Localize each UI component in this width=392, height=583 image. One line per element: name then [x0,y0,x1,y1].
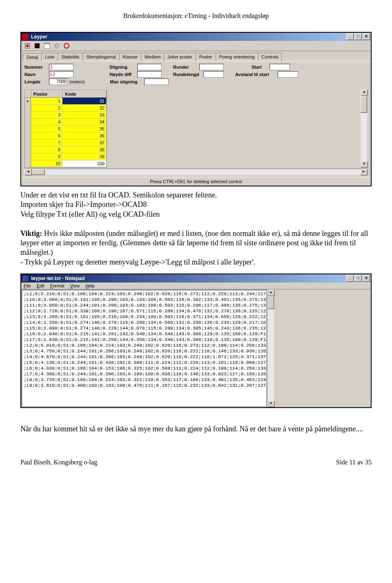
footer-right: Side 11 av 35 [336,459,372,466]
label-maxstig: Max stigning [110,79,143,84]
rundelengd-input[interactable] [203,71,224,78]
table-row[interactable]: 131 [25,98,107,105]
label-navn: Navn [24,72,47,77]
tab-stemplingsmal[interactable]: Stemplingsmal [82,53,119,61]
lengde-input[interactable]: 7000 [49,78,68,85]
tab-statistikk[interactable]: Statistikk [58,53,83,61]
cell-kode[interactable]: 36 [62,132,107,139]
maximize-button[interactable] [354,34,362,40]
label-nummer: Nummer [24,65,47,70]
tab-medlem[interactable]: Medlem [141,53,164,61]
table-row[interactable]: 838 [25,146,107,153]
scroll-up-icon[interactable]: ▲ [267,289,275,296]
table-row[interactable]: 232 [25,105,107,112]
maximize-button[interactable] [354,275,362,282]
cell-kode[interactable]: 39 [62,153,107,160]
window-title: Løyper [30,34,346,40]
cell-postnr[interactable]: 8 [31,146,62,153]
avstand-input[interactable] [278,71,298,78]
cell-postnr[interactable]: 1 [31,98,62,105]
cell-kode[interactable]: 34 [62,119,107,126]
titlebar: løyper-lør.txt - Notepad [21,274,371,283]
cell-postnr[interactable]: 10 [31,160,62,167]
runder-input[interactable] [199,64,224,70]
table-row[interactable]: 737 [25,139,107,146]
menu-edit[interactable]: Edit [37,283,45,288]
tab-controls[interactable]: Controls [258,53,282,61]
label-hoyde: Høyde diff [109,72,136,77]
print-icon[interactable] [43,42,51,49]
menu-format[interactable]: Format [50,283,65,288]
stop-icon[interactable] [63,42,70,49]
print-preview-icon[interactable] [53,42,60,49]
scroll-right-icon[interactable]: ► [360,169,368,175]
label-rundelengd: Rundelengd [173,72,202,77]
app-icon [22,34,29,40]
notepad-text-area[interactable]: ;L1;0;5.210;0;S1;0.186;104;0.224;103;0.2… [22,290,267,407]
notepad-window: løyper-lør.txt - Notepad FileEditFormatV… [20,274,372,408]
tab-klasser[interactable]: Klasser [119,53,142,61]
cell-kode[interactable]: 35 [62,126,107,132]
col-kode[interactable]: Kode [63,90,107,98]
scroll-up-icon[interactable]: ▲ [361,89,368,96]
cell-postnr[interactable]: 9 [31,153,62,160]
v-scrollbar[interactable]: ▲ ▼ [361,89,367,168]
detail-form: Nummer 1 Stigning Runder Start Navn L1 H… [21,61,371,88]
menu-view[interactable]: View [70,283,80,288]
tab-detalj[interactable]: Detalj [23,53,42,61]
minimize-button[interactable] [346,34,354,40]
toolbar-button-1[interactable] [24,42,31,49]
cell-kode[interactable]: 38 [62,146,107,153]
label-meters: (meters) [69,80,85,84]
stigning-input[interactable] [137,64,162,70]
page-footer: Paul Biseth, Kongsberg o-lag Side 11 av … [20,459,372,466]
cell-postnr[interactable]: 7 [31,139,62,146]
table-row[interactable]: 535 [25,126,107,132]
v-scrollbar[interactable]: ▲ ▼ [267,289,274,407]
tab-strip: DetaljListeStatistikkStemplingsmalKlasse… [21,51,371,61]
menu-bar: FileEditFormatViewHelp [21,283,371,289]
table-row[interactable]: 333 [25,112,107,119]
tab-poeng-orientering[interactable]: Poeng orientering [216,53,258,61]
table-row[interactable]: 636 [25,132,107,139]
cell-postnr[interactable]: 3 [31,112,62,119]
maxstig-input[interactable] [144,78,169,85]
menu-help[interactable]: Help [85,283,95,288]
cell-kode[interactable]: 100 [62,160,107,167]
cell-postnr[interactable]: 2 [31,105,62,112]
scroll-down-icon[interactable]: ▼ [267,401,275,407]
table-row[interactable]: 10100 [25,160,107,167]
tab-liste[interactable]: Liste [41,53,58,61]
table-row[interactable]: 434 [25,119,107,126]
cell-kode[interactable]: 31 [62,98,107,105]
scroll-down-icon[interactable]: ▼ [361,161,368,168]
close-button[interactable] [363,275,370,282]
label-stigning: Stigning [109,65,136,70]
cell-postnr[interactable]: 6 [31,132,62,139]
cell-kode[interactable]: 37 [62,139,107,146]
close-button[interactable] [363,34,370,40]
label-start: Start [252,65,268,70]
tab-joker-poster[interactable]: Joker poster [164,53,196,61]
loyper-window: Løyper DetaljListeStatistikkStemplingsma… [20,32,372,186]
menu-file[interactable]: File [24,283,31,288]
minimize-button[interactable] [346,275,354,282]
cell-postnr[interactable]: 4 [31,119,62,126]
tab-poster[interactable]: Poster [196,53,216,61]
navn-input[interactable]: L1 [49,71,74,78]
cell-kode[interactable]: 33 [62,112,107,119]
h-scrollbar[interactable]: ◄ ► [24,168,368,175]
start-input[interactable] [270,64,290,70]
scroll-left-icon[interactable]: ◄ [24,169,32,175]
doc-header: Brukerdokumentasjon: eTiming - Individue… [20,12,372,20]
table-row[interactable]: 939 [25,153,107,160]
cell-postnr[interactable]: 5 [31,126,62,132]
col-postnr[interactable]: Postnr [31,90,63,98]
toolbar-button-2[interactable] [33,42,41,49]
nummer-input[interactable]: 1 [49,64,74,70]
status-text: Press CTRL+DEL for deleting selected con… [21,177,371,186]
hoyde-input[interactable] [137,71,162,78]
cell-kode[interactable]: 32 [62,105,107,112]
notepad-icon [22,275,29,282]
body-text-1: Under er det vist en txt fil fra OCAD. S… [20,191,372,267]
